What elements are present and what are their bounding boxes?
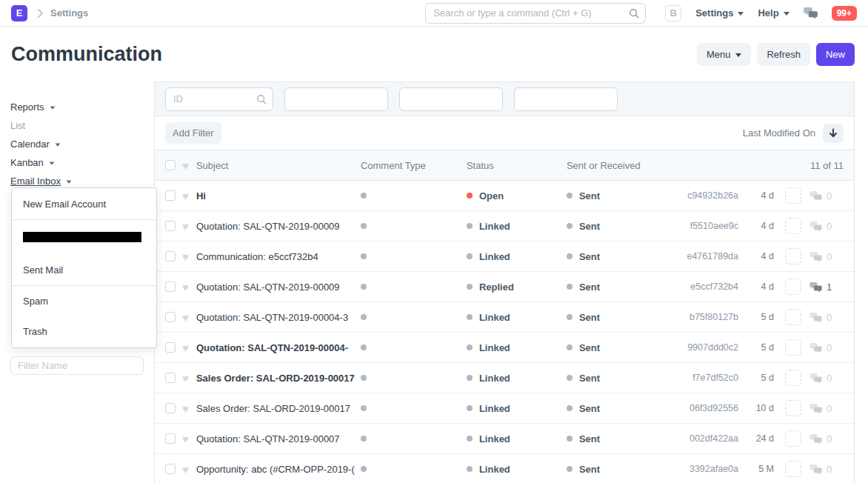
row-subject[interactable]: Hi <box>196 190 361 201</box>
filter-name-input[interactable] <box>10 356 144 375</box>
filter-field-2[interactable] <box>284 87 388 111</box>
assign-placeholder[interactable] <box>785 339 801 356</box>
row-subject[interactable]: Quotation: SAL-QTN-2019-00007 <box>196 433 361 444</box>
email-inbox-menu-item[interactable]: Trash <box>12 316 156 347</box>
heart-icon[interactable]: ♥ <box>182 342 189 353</box>
row-checkbox[interactable] <box>165 221 176 231</box>
row-comments[interactable]: 0 <box>809 403 844 414</box>
comment-count: 0 <box>827 373 832 384</box>
table-row[interactable]: ♥ Sales Order: SAL-ORD-2019-00017 Linked… <box>155 393 854 424</box>
row-subject[interactable]: Quotation: SAL-QTN-2019-00009 <box>196 221 361 232</box>
email-inbox-menu-item[interactable]: New Email Account <box>12 189 156 219</box>
assign-placeholder[interactable] <box>785 430 801 447</box>
row-checkbox[interactable] <box>165 433 176 444</box>
navbar-help-menu[interactable]: Help <box>758 7 789 19</box>
table-row[interactable]: ♥ Hi Open Sent c94932b26a 4 d 0 <box>155 181 854 211</box>
assign-placeholder[interactable] <box>785 218 801 234</box>
table-row[interactable]: ♥ Quotation: SAL-QTN-2019-00007 Linked S… <box>155 424 854 454</box>
row-checkbox[interactable] <box>165 342 176 353</box>
breadcrumb[interactable]: Settings <box>50 7 88 19</box>
notification-badge[interactable]: 99+ <box>832 6 857 21</box>
sort-by-label[interactable]: Last Modified On <box>743 127 815 139</box>
row-checkbox[interactable] <box>165 251 176 262</box>
assign-placeholder[interactable] <box>785 400 801 416</box>
heart-icon[interactable]: ♥ <box>182 373 189 384</box>
user-avatar[interactable]: B <box>665 5 681 21</box>
row-subject[interactable]: Quotation: SAL-QTN-2019-00004-3 <box>196 312 361 323</box>
row-comments[interactable]: 0 <box>809 312 844 323</box>
row-comments[interactable]: 0 <box>809 464 844 475</box>
email-inbox-menu-item[interactable]: Sent Mail <box>12 255 156 285</box>
menu-button-label: Menu <box>707 49 731 60</box>
sidebar-item-calendar[interactable]: Calendar <box>10 135 144 153</box>
row-subject[interactable]: Opportunity: abc (#CRM-OPP-2019-( <box>196 464 361 475</box>
sort-direction-button[interactable] <box>823 124 844 143</box>
heart-icon[interactable]: ♥ <box>182 221 189 232</box>
assign-placeholder[interactable] <box>785 187 801 204</box>
table-row[interactable]: ♥ Sales Order: SAL-ORD-2019-00017 Linked… <box>155 363 854 393</box>
row-checkbox[interactable] <box>165 464 176 474</box>
redacted-email-account[interactable] <box>23 232 141 242</box>
assign-placeholder[interactable] <box>785 370 801 386</box>
table-row[interactable]: ♥ Communication: e5ccf732b4 Linked Sent … <box>155 242 854 272</box>
row-subject[interactable]: Sales Order: SAL-ORD-2019-00017 <box>196 403 361 414</box>
row-checkbox[interactable] <box>165 403 176 413</box>
row-id: e4761789da <box>668 251 738 262</box>
chat-icon[interactable] <box>804 7 818 19</box>
sidebar-item-list[interactable]: List <box>10 116 144 135</box>
table-row[interactable]: ♥ Opportunity: abc (#CRM-OPP-2019-( Link… <box>155 454 854 483</box>
row-id: e5ccf732b4 <box>668 282 738 292</box>
table-row[interactable]: ♥ Quotation: SAL-QTN-2019-00009 Linked S… <box>155 211 854 242</box>
new-button[interactable]: New <box>816 43 855 66</box>
heart-icon[interactable]: ♥ <box>182 282 189 293</box>
row-checkbox[interactable] <box>165 373 176 383</box>
sidebar-item-kanban[interactable]: Kanban <box>10 153 144 172</box>
navbar-settings-menu[interactable]: Settings <box>695 7 744 19</box>
add-filter-button[interactable]: Add Filter <box>165 122 221 144</box>
status-dot <box>467 193 473 199</box>
row-sent-or-received: Sent <box>567 282 668 293</box>
sidebar-item-reports[interactable]: Reports <box>10 98 144 116</box>
table-row[interactable]: ♥ Quotation: SAL-QTN-2019-00009 Replied … <box>155 272 854 302</box>
row-comments[interactable]: 0 <box>809 342 844 353</box>
assign-placeholder[interactable] <box>785 309 801 325</box>
row-comments[interactable]: 0 <box>809 251 844 262</box>
select-all-checkbox[interactable] <box>165 160 176 170</box>
row-comments[interactable]: 0 <box>809 433 844 444</box>
heart-icon[interactable]: ♥ <box>182 190 189 201</box>
table-row[interactable]: ♥ Quotation: SAL-QTN-2019-00004- Linked … <box>155 333 854 363</box>
heart-icon[interactable]: ♥ <box>182 464 189 475</box>
filter-field-4[interactable] <box>514 87 618 111</box>
row-age: 5 d <box>738 312 774 322</box>
assign-placeholder[interactable] <box>785 461 801 477</box>
row-subject[interactable]: Communication: e5ccf732b4 <box>196 251 361 262</box>
row-checkbox[interactable] <box>165 190 176 201</box>
row-subject[interactable]: Quotation: SAL-QTN-2019-00009 <box>196 282 361 293</box>
row-comments[interactable]: 0 <box>809 190 844 201</box>
heart-icon[interactable]: ♥ <box>182 403 189 414</box>
row-status: Linked <box>467 403 567 414</box>
row-comments[interactable]: 1 <box>809 282 844 293</box>
row-comments[interactable]: 0 <box>809 373 844 384</box>
heart-icon[interactable]: ♥ <box>182 160 189 171</box>
assign-placeholder[interactable] <box>785 279 801 295</box>
row-count[interactable]: 11 of 11 <box>810 160 844 171</box>
heart-icon[interactable]: ♥ <box>182 433 189 444</box>
row-comments[interactable]: 0 <box>809 221 844 232</box>
menu-button[interactable]: Menu <box>697 43 752 66</box>
filter-field-3[interactable] <box>399 87 503 111</box>
table-row[interactable]: ♥ Quotation: SAL-QTN-2019-00004-3 Linked… <box>155 302 854 333</box>
row-checkbox[interactable] <box>165 312 176 322</box>
search-input[interactable] <box>425 3 646 24</box>
comment-type-dot <box>361 314 367 320</box>
refresh-button[interactable]: Refresh <box>757 43 810 66</box>
row-subject[interactable]: Quotation: SAL-QTN-2019-00004- <box>196 342 361 353</box>
heart-icon[interactable]: ♥ <box>182 251 189 262</box>
heart-icon[interactable]: ♥ <box>182 312 189 323</box>
status-label: Linked <box>479 221 510 232</box>
assign-placeholder[interactable] <box>785 248 801 264</box>
app-logo[interactable]: E <box>11 5 27 21</box>
row-checkbox[interactable] <box>165 282 176 292</box>
row-subject[interactable]: Sales Order: SAL-ORD-2019-00017 <box>196 373 361 384</box>
email-inbox-menu-item[interactable]: Spam <box>12 286 156 316</box>
